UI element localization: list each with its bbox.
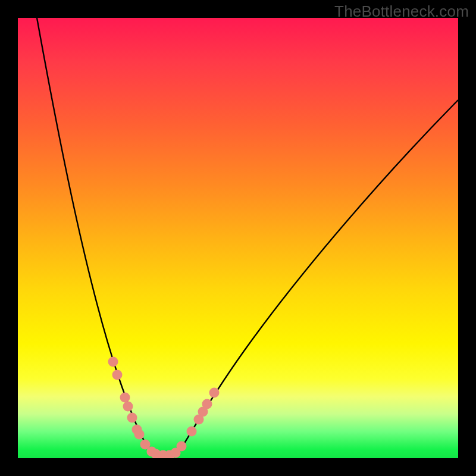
plot-area: [18, 18, 458, 458]
data-marker: [194, 415, 204, 425]
data-marker: [209, 388, 220, 398]
marker-group-right: [177, 388, 220, 452]
data-marker: [127, 413, 137, 423]
curve-right: [170, 100, 458, 455]
data-marker: [134, 430, 145, 440]
marker-group-left: [108, 357, 151, 450]
outer-frame: TheBottleneck.com: [0, 0, 476, 476]
marker-group-bottom: [147, 447, 181, 459]
data-marker: [171, 448, 181, 458]
curve-left: [37, 18, 159, 455]
data-marker: [187, 427, 197, 437]
data-marker: [123, 402, 133, 412]
data-marker: [108, 357, 118, 367]
data-marker: [120, 393, 130, 403]
data-marker: [112, 370, 123, 380]
chart-svg: [18, 18, 458, 458]
